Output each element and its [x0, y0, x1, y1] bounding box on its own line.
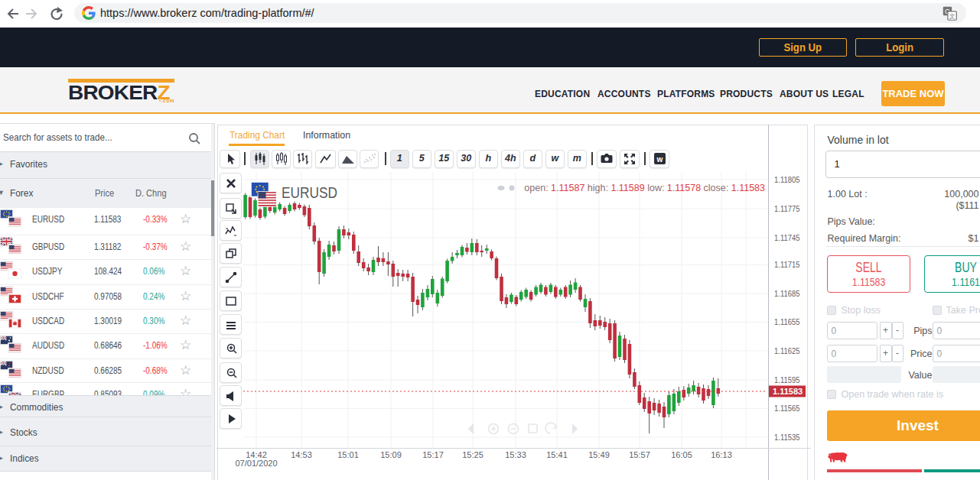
- svg-text:14:53: 14:53: [291, 450, 312, 459]
- svg-text:15:01: 15:01: [337, 450, 359, 459]
- svg-text:1.11715: 1.11715: [774, 260, 800, 269]
- svg-text:1.11625: 1.11625: [774, 346, 800, 355]
- svg-text:15:57: 15:57: [629, 450, 650, 459]
- svg-text:15:49: 15:49: [588, 450, 610, 459]
- svg-text:15:33: 15:33: [505, 450, 526, 459]
- svg-text:16:13: 16:13: [711, 450, 732, 459]
- svg-text:1.11595: 1.11595: [774, 375, 800, 384]
- svg-text:1.11535: 1.11535: [774, 433, 800, 442]
- svg-text:07/01/2020: 07/01/2020: [235, 459, 277, 468]
- svg-text:15:09: 15:09: [380, 450, 402, 459]
- svg-text:EURUSD: EURUSD: [282, 184, 337, 201]
- svg-text:文: 文: [949, 13, 956, 20]
- svg-text:w: w: [656, 155, 663, 164]
- svg-text:1.11685: 1.11685: [774, 289, 800, 298]
- svg-text:1.11745: 1.11745: [774, 233, 800, 242]
- svg-text:15:25: 15:25: [462, 450, 483, 459]
- svg-text:16:05: 16:05: [671, 450, 692, 459]
- svg-text:15:17: 15:17: [422, 450, 444, 459]
- svg-text:15:41: 15:41: [546, 450, 568, 459]
- svg-text:1.11775: 1.11775: [774, 204, 800, 213]
- svg-text:open: 1.11587 high: 1.11589 lo: open: 1.11587 high: 1.11589 low: 1.11578…: [524, 183, 765, 193]
- svg-text:1.11655: 1.11655: [774, 317, 800, 326]
- svg-text:1.11583: 1.11583: [773, 387, 803, 396]
- svg-text:1.11805: 1.11805: [774, 175, 800, 184]
- svg-text:1.11565: 1.11565: [774, 404, 800, 413]
